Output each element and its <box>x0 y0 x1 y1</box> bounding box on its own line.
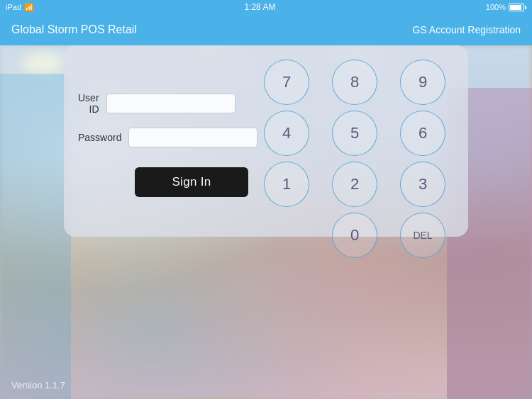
num-btn-0[interactable]: 0 <box>332 213 377 258</box>
num-btn-9[interactable]: 9 <box>400 60 445 105</box>
num-btn-1[interactable]: 1 <box>264 162 309 207</box>
numpad-panel: 7 8 9 4 5 6 1 2 3 0 DEL <box>248 45 468 237</box>
battery-icon <box>509 4 526 11</box>
user-id-label: User ID <box>78 92 99 115</box>
status-bar: iPad 📶 1:28 AM 100% <box>0 0 532 14</box>
version-text: Version 1.1.7 <box>11 380 65 390</box>
user-id-input[interactable] <box>106 94 235 113</box>
status-right: 100% <box>486 3 526 11</box>
user-id-row: User ID <box>78 92 234 115</box>
form-panel: User ID Password Sign In <box>64 45 248 237</box>
ceiling-light-1 <box>21 52 64 74</box>
battery-percent: 100% <box>486 3 506 11</box>
num-btn-5[interactable]: 5 <box>332 111 377 156</box>
wifi-icon: 📶 <box>24 3 34 12</box>
num-btn-8[interactable]: 8 <box>332 60 377 105</box>
signin-button[interactable]: Sign In <box>135 167 248 197</box>
num-btn-3[interactable]: 3 <box>400 162 445 207</box>
device-label: iPad <box>6 3 21 11</box>
num-btn-del[interactable]: DEL <box>400 213 445 258</box>
num-btn-7[interactable]: 7 <box>264 60 309 105</box>
password-label: Password <box>78 132 121 143</box>
clothing-left <box>0 74 71 399</box>
battery-fill <box>510 5 521 10</box>
password-row: Password <box>78 128 234 147</box>
password-input[interactable] <box>128 128 257 147</box>
battery-body <box>509 4 524 11</box>
num-btn-4[interactable]: 4 <box>264 111 309 156</box>
nav-title: Global Storm POS Retail <box>11 23 137 36</box>
nav-bar: Global Storm POS Retail GS Account Regis… <box>0 14 532 45</box>
battery-tip <box>525 6 526 9</box>
nav-action[interactable]: GS Account Registration <box>412 24 521 35</box>
num-btn-2[interactable]: 2 <box>332 162 377 207</box>
login-card: User ID Password Sign In 7 8 9 4 5 6 1 2… <box>64 45 468 237</box>
status-left: iPad 📶 <box>6 3 34 12</box>
numpad-empty <box>264 213 309 258</box>
status-time: 1:28 AM <box>244 2 275 12</box>
num-btn-6[interactable]: 6 <box>400 111 445 156</box>
